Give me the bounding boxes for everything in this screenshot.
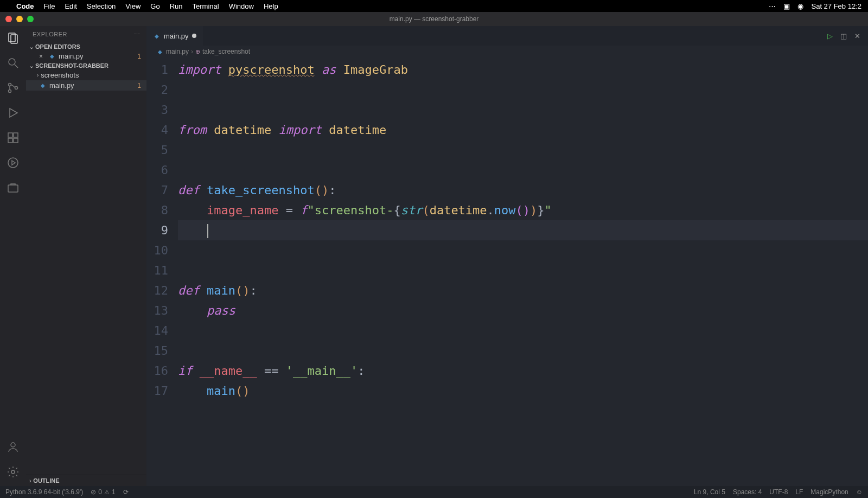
svg-marker-7 [10, 108, 17, 117]
breadcrumb[interactable]: ◆ main.py › ⊕ take_screenshot [146, 46, 868, 58]
explorer-icon[interactable] [7, 31, 20, 44]
svg-marker-13 [12, 161, 15, 165]
error-icon: ⊘ [91, 488, 96, 496]
outline-label: OUTLINE [33, 477, 59, 484]
split-editor-icon[interactable]: ◫ [840, 32, 847, 40]
status-encoding[interactable]: UTF-8 [769, 488, 788, 496]
svg-rect-8 [8, 133, 12, 137]
chevron-down-icon: ⌄ [29, 63, 34, 69]
python-file-icon: ◆ [156, 48, 164, 55]
window-close-button[interactable] [5, 16, 12, 22]
close-all-icon[interactable]: ✕ [854, 32, 860, 40]
chevron-right-icon: › [29, 478, 31, 484]
status-sync-icon[interactable]: ⟳ [123, 488, 129, 496]
svg-line-3 [15, 65, 18, 68]
outline-header[interactable]: › OUTLINE [26, 475, 146, 486]
editor-region: ◆ main.py ▷ ◫ ✕ ◆ main.py › ⊕ take_scree… [146, 26, 868, 486]
status-python-interpreter[interactable]: Python 3.6.9 64-bit ('3.6.9') [5, 488, 83, 496]
svg-rect-11 [14, 138, 18, 143]
status-indentation[interactable]: Spaces: 4 [733, 488, 762, 496]
window-maximize-button[interactable] [27, 16, 34, 22]
menu-edit[interactable]: Edit [65, 2, 76, 10]
chevron-down-icon: ⌄ [29, 44, 34, 50]
status-eol[interactable]: LF [795, 488, 803, 496]
window-minimize-button[interactable] [16, 16, 23, 22]
file-item[interactable]: ◆ main.py 1 [26, 80, 146, 91]
menubar-battery-icon[interactable]: ▣ [783, 2, 790, 10]
svg-rect-14 [8, 185, 18, 192]
open-editors-header[interactable]: ⌄ OPEN EDITORS [26, 42, 146, 51]
menu-go[interactable]: Go [150, 2, 159, 10]
source-control-icon[interactable] [7, 81, 20, 94]
python-file-icon: ◆ [48, 53, 56, 60]
status-feedback-icon[interactable]: ☺ [856, 488, 863, 496]
svg-point-16 [11, 470, 15, 474]
open-editor-filename: main.py [59, 52, 84, 60]
mac-menubar: Code File Edit Selection View Go Run Ter… [0, 0, 868, 12]
code-lines[interactable]: import pyscreenshot as ImageGrab from da… [178, 60, 868, 486]
menu-selection[interactable]: Selection [87, 2, 116, 10]
window-title: main.py — screenshot-grabber [390, 15, 479, 23]
svg-rect-10 [8, 138, 12, 143]
status-language-mode[interactable]: MagicPython [810, 488, 848, 496]
project-icon[interactable] [7, 181, 20, 194]
run-file-icon[interactable]: ▷ [827, 32, 833, 40]
svg-point-6 [15, 87, 18, 90]
extensions-icon[interactable] [7, 131, 20, 144]
project-header[interactable]: ⌄ SCREENSHOT-GRABBER [26, 61, 146, 70]
tab-main-py[interactable]: ◆ main.py [146, 26, 203, 46]
menubar-datetime[interactable]: Sat 27 Feb 12:2 [811, 2, 861, 10]
folder-item[interactable]: › screenshots [26, 70, 146, 80]
tabs-bar: ◆ main.py ▷ ◫ ✕ [146, 26, 868, 46]
svg-point-12 [8, 158, 18, 168]
svg-point-2 [9, 59, 15, 65]
status-bar: Python 3.6.9 64-bit ('3.6.9') ⊘0 ⚠1 ⟳ Ln… [0, 486, 868, 498]
svg-point-15 [11, 443, 15, 447]
project-label: SCREENSHOT-GRABBER [35, 62, 108, 69]
warning-icon: ⚠ [104, 489, 110, 496]
menubar-overflow-icon[interactable]: ⋯ [769, 2, 776, 10]
accounts-icon[interactable] [7, 440, 20, 454]
code-editor[interactable]: 1 2 3 4 5 6 7 8 9 10 11 12 13 14 15 16 1… [146, 58, 868, 486]
breadcrumb-file[interactable]: main.py [166, 48, 189, 55]
tab-label: main.py [164, 32, 189, 40]
folder-name: screenshots [41, 71, 79, 79]
svg-point-4 [9, 84, 11, 86]
explorer-title: EXPLORER [33, 31, 67, 37]
open-editor-item[interactable]: × ◆ main.py 1 [26, 51, 146, 61]
close-icon[interactable]: × [39, 53, 46, 60]
menu-run[interactable]: Run [170, 2, 183, 10]
text-cursor [207, 224, 208, 238]
menu-help[interactable]: Help [264, 2, 278, 10]
explorer-sidebar: EXPLORER ⋯ ⌄ OPEN EDITORS × ◆ main.py 1 … [26, 26, 146, 486]
explorer-more-icon[interactable]: ⋯ [134, 31, 141, 38]
status-cursor-position[interactable]: Ln 9, Col 5 [694, 488, 725, 496]
activity-bar [0, 26, 26, 486]
svg-rect-9 [14, 133, 18, 137]
function-icon: ⊕ [195, 48, 200, 55]
python-file-icon: ◆ [39, 82, 47, 90]
problem-badge: 1 [137, 82, 141, 90]
menu-terminal[interactable]: Terminal [193, 2, 219, 10]
status-problems[interactable]: ⊘0 ⚠1 [91, 488, 115, 496]
modified-dot-icon [192, 34, 196, 38]
run-debug-icon[interactable] [7, 106, 20, 119]
chevron-right-icon: › [37, 72, 39, 78]
svg-point-5 [9, 90, 11, 93]
open-editors-label: OPEN EDITORS [35, 43, 80, 50]
python-file-icon: ◆ [153, 32, 161, 40]
search-icon[interactable] [7, 56, 20, 69]
remote-icon[interactable] [7, 156, 20, 169]
breadcrumb-symbol[interactable]: take_screenshot [202, 48, 250, 55]
menubar-status-icon[interactable]: ◉ [797, 2, 803, 10]
menu-code[interactable]: Code [16, 2, 34, 10]
traffic-lights [0, 16, 34, 22]
menu-view[interactable]: View [125, 2, 141, 10]
file-name: main.py [49, 81, 74, 90]
settings-gear-icon[interactable] [7, 465, 20, 478]
window-titlebar: main.py — screenshot-grabber [0, 12, 868, 26]
line-gutter: 1 2 3 4 5 6 7 8 9 10 11 12 13 14 15 16 1… [146, 60, 178, 486]
menu-window[interactable]: Window [229, 2, 254, 10]
menu-file[interactable]: File [44, 2, 55, 10]
problem-badge: 1 [137, 53, 141, 60]
